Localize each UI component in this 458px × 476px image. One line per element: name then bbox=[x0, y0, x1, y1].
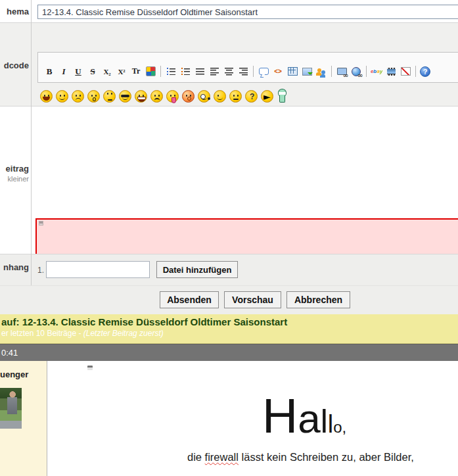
strike-icon[interactable]: S bbox=[87, 66, 99, 78]
mad-smiley-icon[interactable] bbox=[229, 90, 242, 103]
sad-smiley-icon[interactable] bbox=[72, 90, 84, 103]
resize-smaller-link[interactable]: kleiner bbox=[0, 175, 29, 183]
smile-smiley-icon[interactable] bbox=[56, 90, 68, 103]
toolbar-separator bbox=[415, 66, 416, 77]
table-icon[interactable] bbox=[286, 66, 298, 78]
bold-icon[interactable]: B bbox=[43, 66, 55, 78]
add-file-button[interactable]: Datei hinzufügen bbox=[156, 261, 238, 278]
troll-smiley-icon[interactable] bbox=[277, 89, 286, 103]
list-ordered-icon[interactable] bbox=[179, 66, 191, 78]
post-line-pre: die bbox=[187, 451, 205, 463]
thread-review-title: auf: 12-13.4. Classic Remise Düsseldorf … bbox=[1, 316, 458, 327]
message-row: eitrag kleiner bbox=[0, 106, 458, 254]
boardcode-row: dcode BIUSX₂X²Tr<>ebay? Kursiver Text: [… bbox=[0, 22, 458, 106]
arrow-smiley-icon[interactable] bbox=[261, 90, 273, 103]
topic-row: hema bbox=[0, 0, 458, 22]
users-icon[interactable] bbox=[315, 66, 327, 78]
toolbar-separator bbox=[366, 66, 367, 77]
toolbar-separator bbox=[160, 66, 161, 77]
bbcode-toolbar: BIUSX₂X²Tr<>ebay? bbox=[37, 52, 458, 83]
attachment-file-input[interactable] bbox=[46, 261, 150, 278]
dizzy-smiley-icon[interactable] bbox=[198, 90, 210, 103]
smiley-row bbox=[40, 89, 286, 103]
code-icon[interactable]: <> bbox=[272, 66, 284, 78]
wink-smiley-icon[interactable] bbox=[214, 90, 226, 103]
thread-review-subtitle-note: (Letzter Beitrag zuerst) bbox=[83, 329, 164, 338]
grin-smiley-icon[interactable] bbox=[135, 90, 147, 103]
ebay-icon[interactable]: ebay bbox=[371, 66, 382, 78]
video-icon[interactable] bbox=[385, 66, 397, 78]
hallo-letter: o, bbox=[333, 418, 346, 436]
post-author-column: uenger bbox=[0, 361, 47, 476]
link-external-icon[interactable] bbox=[350, 66, 362, 78]
post-author-name: uenger bbox=[0, 369, 47, 379]
topic-label: hema bbox=[0, 7, 29, 16]
avatar bbox=[0, 388, 22, 429]
italic-icon[interactable]: I bbox=[58, 66, 70, 78]
thread-review-bar: auf: 12-13.4. Classic Remise Düsseldorf … bbox=[0, 314, 458, 344]
laugh-smiley-icon[interactable] bbox=[40, 90, 53, 103]
thread-review-subtitle-prefix: er letzten 10 Beiträge - bbox=[1, 329, 83, 338]
attachment-index: 1. bbox=[37, 266, 44, 275]
align-left-icon[interactable] bbox=[208, 66, 220, 78]
list-plain-icon[interactable] bbox=[194, 66, 206, 78]
blush-smiley-icon[interactable] bbox=[182, 90, 195, 103]
forum-reply-page: hema dcode BIUSX₂X²Tr<>ebay? Kursiver Te… bbox=[0, 0, 458, 476]
hallo-letter: l bbox=[321, 403, 328, 440]
boardcode-label: dcode bbox=[0, 60, 29, 70]
align-center-icon[interactable] bbox=[223, 66, 235, 78]
chart-icon[interactable] bbox=[400, 66, 411, 78]
topic-input[interactable] bbox=[37, 5, 458, 19]
preview-button[interactable]: Vorschau bbox=[224, 291, 281, 308]
color-palette-icon[interactable] bbox=[145, 66, 156, 78]
label-column-divider bbox=[31, 0, 32, 285]
drag-grid-icon bbox=[39, 221, 43, 226]
superscript-icon[interactable]: X² bbox=[116, 66, 127, 78]
message-label: eitrag bbox=[0, 164, 29, 174]
help-icon[interactable]: ? bbox=[420, 66, 430, 77]
toolbar-separator bbox=[331, 66, 332, 77]
shock-smiley-icon[interactable] bbox=[87, 90, 100, 103]
font-size-icon[interactable]: Tr bbox=[130, 66, 142, 78]
tongue-smiley-icon[interactable] bbox=[166, 90, 179, 103]
post-time-bar: 0:41 bbox=[0, 344, 458, 361]
post-body-line: die firewall lässt kein Schreiben zu, ab… bbox=[187, 451, 414, 464]
evil-smiley-icon[interactable] bbox=[150, 90, 163, 103]
question-smiley-icon[interactable] bbox=[245, 90, 258, 103]
toolbar-separator bbox=[253, 66, 254, 77]
cool-smiley-icon[interactable] bbox=[119, 90, 131, 103]
quote-icon[interactable] bbox=[258, 66, 269, 78]
post-line-misspelled: firewall bbox=[205, 451, 239, 463]
subscript-icon[interactable]: X₂ bbox=[101, 66, 113, 78]
thread-review-subtitle: er letzten 10 Beiträge - (Letzter Beitra… bbox=[1, 329, 458, 338]
hallo-letter: l bbox=[328, 410, 333, 438]
hallo-text: Hallo, bbox=[262, 394, 346, 450]
insert-image-icon[interactable] bbox=[301, 66, 313, 78]
rolleyes-smiley-icon[interactable] bbox=[103, 90, 116, 103]
attachment-label: nhang bbox=[0, 262, 29, 272]
underline-icon[interactable]: U bbox=[72, 66, 84, 78]
cancel-button[interactable]: Abbrechen bbox=[286, 291, 350, 308]
list-unordered-icon[interactable] bbox=[165, 66, 177, 78]
hallo-letter: a bbox=[298, 396, 320, 441]
post-line-rest: lässt kein Schreiben zu, aber Bilder, bbox=[239, 451, 414, 463]
hallo-letter: H bbox=[262, 388, 298, 443]
link-icon[interactable] bbox=[336, 66, 348, 78]
submit-button[interactable]: Absenden bbox=[160, 291, 219, 308]
tiny-image-artifact bbox=[87, 366, 93, 370]
align-right-icon[interactable] bbox=[237, 66, 249, 78]
